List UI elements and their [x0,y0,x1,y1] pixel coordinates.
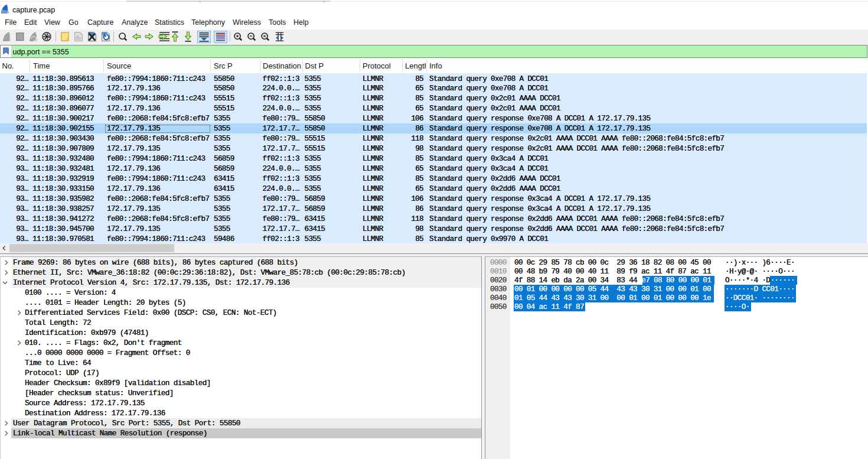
svg-text:010: 010 [76,37,81,40]
